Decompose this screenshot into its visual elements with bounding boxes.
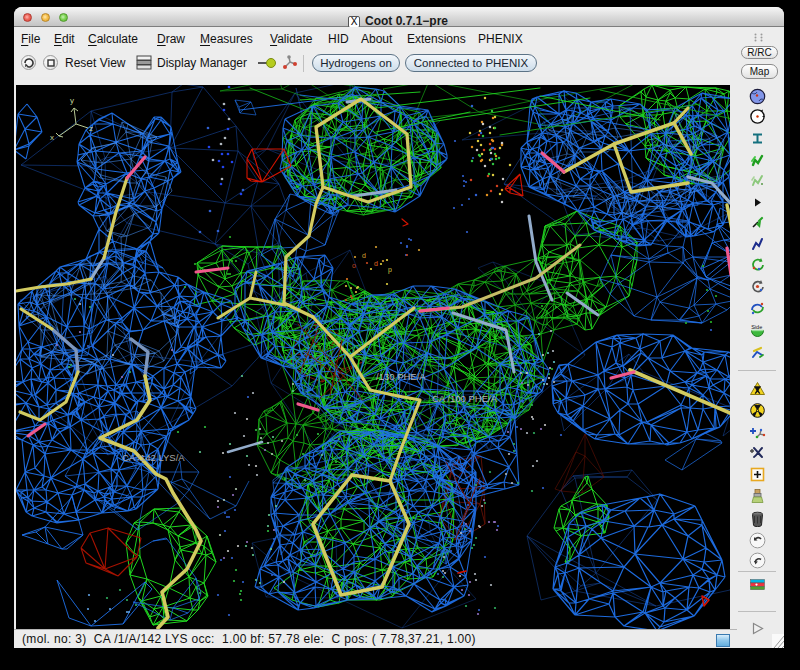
svg-text:CA /100 PHE/A: CA /100 PHE/A — [432, 393, 498, 404]
svg-text:z: z — [89, 124, 93, 133]
svg-text:y: y — [70, 96, 74, 105]
svg-text:Side: Side — [751, 324, 762, 330]
svg-text:d: d — [362, 252, 366, 259]
svg-text:o: o — [352, 262, 356, 269]
svg-text:x: x — [50, 133, 54, 142]
svg-text:CA /142 LYS/A: CA /142 LYS/A — [122, 452, 185, 463]
svg-text:p: p — [388, 266, 392, 274]
svg-text:/130 PHE/A: /130 PHE/A — [376, 371, 426, 382]
svg-text:d: d — [374, 260, 378, 267]
